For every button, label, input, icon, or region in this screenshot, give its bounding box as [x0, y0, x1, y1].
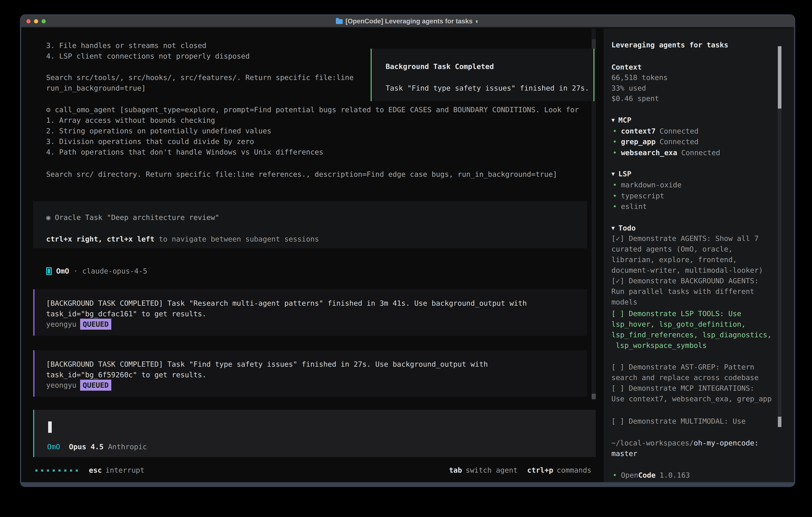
transcript-line: Search src/tools/, src/hooks/, src/featu… — [46, 72, 354, 83]
close-button[interactable] — [26, 19, 31, 23]
lsp-item: • markdown-oxide — [613, 180, 682, 190]
lsp-item-name: eslint — [621, 201, 647, 212]
hint-rest: to navigate between subagent sessions — [159, 234, 319, 244]
traffic-lights — [26, 16, 46, 27]
status-dot-icon: • — [613, 126, 617, 136]
text-cursor — [48, 421, 52, 433]
tab-key-label: switch agent — [466, 465, 518, 475]
tool-call-item: 3. Division operations that could divide… — [46, 136, 254, 147]
sidebar: Leveraging agents for tasks Context 66,5… — [604, 28, 794, 483]
message-card: [BACKGROUND TASK COMPLETED] Task "Resear… — [33, 289, 587, 336]
transcript-line: 4. LSP client connections not properly d… — [46, 51, 250, 61]
titlebar[interactable]: [OpenCode] Leveraging agents for tasks ◐ — [21, 16, 794, 28]
message-line: [BACKGROUND TASK COMPLETED] Task "Resear… — [46, 298, 527, 308]
input-footer: OmO Opus 4.5 Anthropic — [47, 441, 147, 452]
lsp-section-header[interactable]: ▼ LSP — [611, 168, 631, 179]
context-used: 33% used — [611, 83, 646, 93]
session-title: Leveraging agents for tasks — [611, 39, 728, 50]
mcp-item-status: Connected — [681, 147, 720, 158]
message-author: yeongyu — [46, 380, 77, 390]
tool-call-item: 2. String operations on potentially unde… — [46, 126, 271, 136]
status-dot-icon: • — [613, 201, 617, 212]
mcp-item: • grep_app Connected — [613, 136, 698, 147]
terminal-window: [OpenCode] Leveraging agents for tasks ◐… — [20, 15, 795, 487]
gear-icon: ⚙ — [46, 104, 51, 115]
hint-keys: ctrl+x right, ctrl+x left — [46, 234, 154, 244]
message-card: [BACKGROUND TASK COMPLETED] Task "Find t… — [33, 350, 587, 397]
input-agent-name: OmO — [47, 441, 60, 452]
context-spent: $0.46 spent — [611, 93, 659, 104]
app-version: 1.0.163 — [660, 470, 690, 481]
zoom-button[interactable] — [41, 19, 46, 23]
screen: [OpenCode] Leveraging agents for tasks ◐… — [0, 0, 812, 517]
mcp-item-name: websearch_exa — [621, 147, 677, 158]
status-badge: QUEUED — [80, 319, 111, 330]
sidebar-scrollbar-track[interactable] — [778, 109, 781, 427]
todo-line: [ ] Demonstrate MULTIMODAL: Use — [611, 416, 746, 427]
cmd-key-label: commands — [557, 465, 591, 475]
message-line: task_id="bg_6f59260c" to get results. — [46, 370, 206, 380]
todo-line: [ ] Demonstrate MCP INTEGRATIONS: — [611, 383, 754, 393]
chat-scrollbar-thumb-bottom[interactable] — [591, 393, 596, 399]
tool-call-item: 4. Path operations that don't handle Win… — [46, 147, 323, 157]
agent-model: claude-opus-4-5 — [82, 266, 147, 276]
mcp-item-status: Connected — [660, 126, 698, 136]
oracle-task-panel: ◉ Oracle Task "Deep architecture review"… — [33, 201, 587, 248]
mcp-section-header[interactable]: ▼ MCP — [611, 115, 631, 125]
version-line: • OpenCode 1.0.163 — [613, 470, 690, 481]
lsp-item: • eslint — [613, 201, 647, 212]
todo-line-active: [ ] Demonstrate LSP TOOLS: Use — [611, 308, 741, 319]
todo-line: document-writer, multimodal-looker) — [611, 265, 763, 275]
transcript-line: 3. File handles or streams not closed — [46, 40, 206, 51]
prompt-input[interactable]: OmO Opus 4.5 Anthropic — [33, 410, 596, 457]
oracle-task-hint: ctrl+x right, ctrl+x left to navigate be… — [46, 234, 319, 244]
status-dot-icon: • — [613, 180, 617, 190]
todo-line-active: lsp_workspace_symbols — [611, 340, 707, 351]
tool-call-item: 1. Array access without bounds checking — [46, 115, 215, 126]
toast-title: Background Task Completed — [386, 61, 494, 72]
todo-line: librarian, explore, frontend, — [611, 254, 737, 265]
status-badge: QUEUED — [80, 380, 111, 391]
toast-notification[interactable]: Background Task Completed Task "Find typ… — [371, 49, 594, 101]
mcp-item-status: Connected — [660, 136, 698, 147]
chat-scrollbar-thumb-top[interactable] — [591, 39, 596, 50]
sidebar-scrollbar-thumb-bottom[interactable] — [778, 417, 781, 427]
statusbar-right: tab switch agent ctrl+p commands — [449, 465, 591, 475]
message-line: task_id="bg_dcfac161" to get results. — [46, 308, 206, 319]
folder-icon — [336, 19, 343, 24]
workspace-branch: master — [611, 448, 637, 459]
chevron-down-icon: ▼ — [611, 223, 615, 233]
todo-line: curated agents (OmO, oracle, — [611, 244, 733, 254]
message-line: [BACKGROUND TASK COMPLETED] Task "Find t… — [46, 359, 488, 370]
input-model: Opus 4.5 — [69, 441, 104, 452]
chevron-down-icon: ▼ — [611, 168, 615, 179]
mcp-item: • websearch_exa Connected — [613, 147, 720, 158]
todo-line-active: lsp_hover, lsp_goto_definition, — [611, 319, 746, 329]
todo-line: [✓] Demonstrate BACKGROUND AGENTS: — [611, 275, 759, 286]
status-dot-icon: • — [613, 136, 617, 147]
window-title-wrap: [OpenCode] Leveraging agents for tasks ◐ — [21, 18, 794, 25]
status-dot-icon: • — [613, 147, 617, 158]
todo-line: [ ] Demonstrate AST-GREP: Pattern — [611, 362, 754, 372]
agent-name: OmO — [56, 266, 69, 276]
todo-line: [✓] Demonstrate AGENTS: Show all 7 — [611, 233, 759, 244]
message-meta: yeongyu QUEUED — [46, 380, 111, 390]
minimize-button[interactable] — [34, 19, 38, 23]
spinner-dots-icon: ▪▪▪▪▪▪▪▪ — [35, 465, 81, 475]
transcript-line: run_in_background=true] — [46, 83, 146, 93]
sidebar-scrollbar-thumb[interactable] — [778, 46, 781, 109]
mcp-item: • context7 Connected — [613, 126, 698, 136]
agent-header: OmO · claude-opus-4-5 — [46, 266, 147, 276]
message-author: yeongyu — [46, 319, 77, 329]
session-state-icon: ◐ — [475, 18, 479, 25]
tool-call-text: call_omo_agent [subagent_type=explore, p… — [55, 104, 579, 115]
lsp-heading: LSP — [618, 168, 631, 179]
todo-section-header[interactable]: ▼ Todo — [611, 223, 636, 233]
status-dot-icon: • — [613, 470, 617, 481]
agent-checkbox-icon — [46, 267, 52, 275]
tool-call-closing: Search src/ directory. Return specific f… — [46, 169, 557, 180]
mcp-item-name: grep_app — [621, 136, 656, 147]
todo-line: search and replace across codebase — [611, 372, 759, 383]
oracle-task-title: ◉ Oracle Task "Deep architecture review" — [46, 212, 220, 223]
oracle-task-title-text: Oracle Task "Deep architecture review" — [55, 212, 220, 223]
